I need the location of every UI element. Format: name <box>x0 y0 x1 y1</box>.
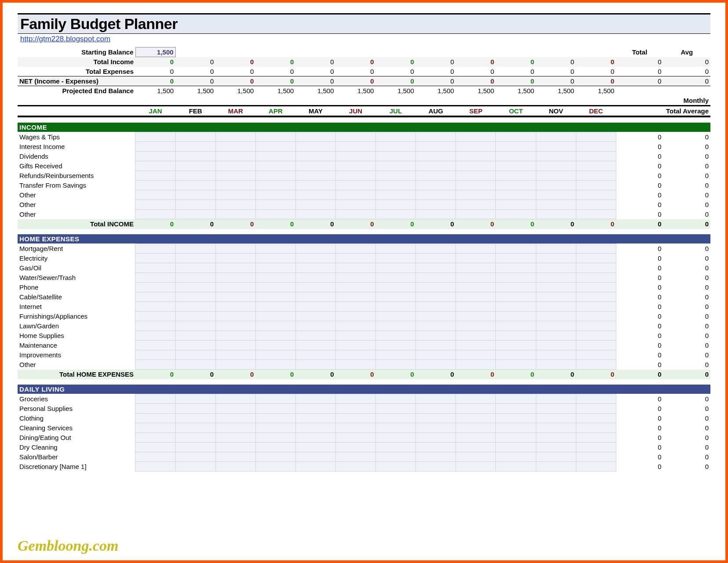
data-cell[interactable] <box>255 360 295 370</box>
data-cell[interactable] <box>175 273 215 283</box>
data-cell[interactable] <box>336 414 376 423</box>
data-cell[interactable] <box>336 360 376 370</box>
data-cell[interactable] <box>336 190 376 200</box>
data-cell[interactable] <box>135 142 175 152</box>
data-cell[interactable] <box>416 200 456 210</box>
data-cell[interactable] <box>295 414 335 423</box>
data-cell[interactable] <box>336 433 376 443</box>
data-cell[interactable] <box>255 292 295 302</box>
data-cell[interactable] <box>295 171 335 181</box>
data-cell[interactable] <box>496 244 536 254</box>
data-cell[interactable] <box>255 181 295 190</box>
data-cell[interactable] <box>295 292 335 302</box>
data-cell[interactable] <box>215 263 255 273</box>
data-cell[interactable] <box>295 283 335 292</box>
data-cell[interactable] <box>576 142 616 152</box>
data-cell[interactable] <box>255 190 295 200</box>
data-cell[interactable] <box>175 360 215 370</box>
data-cell[interactable] <box>376 171 416 181</box>
data-cell[interactable] <box>175 423 215 433</box>
data-cell[interactable] <box>576 200 616 210</box>
data-cell[interactable] <box>215 312 255 321</box>
data-cell[interactable] <box>295 181 335 190</box>
data-cell[interactable] <box>456 161 496 171</box>
data-cell[interactable] <box>416 404 456 414</box>
data-cell[interactable] <box>576 181 616 190</box>
data-cell[interactable] <box>456 283 496 292</box>
data-cell[interactable] <box>456 171 496 181</box>
data-cell[interactable] <box>576 273 616 283</box>
data-cell[interactable] <box>416 394 456 404</box>
data-cell[interactable] <box>255 254 295 263</box>
data-cell[interactable] <box>175 331 215 341</box>
data-cell[interactable] <box>576 404 616 414</box>
data-cell[interactable] <box>376 404 416 414</box>
data-cell[interactable] <box>295 433 335 443</box>
data-cell[interactable] <box>416 273 456 283</box>
data-cell[interactable] <box>536 462 576 472</box>
data-cell[interactable] <box>456 142 496 152</box>
data-cell[interactable] <box>215 142 255 152</box>
data-cell[interactable] <box>255 161 295 171</box>
data-cell[interactable] <box>215 200 255 210</box>
data-cell[interactable] <box>215 190 255 200</box>
data-cell[interactable] <box>215 171 255 181</box>
data-cell[interactable] <box>215 404 255 414</box>
data-cell[interactable] <box>336 273 376 283</box>
data-cell[interactable] <box>295 210 335 219</box>
data-cell[interactable] <box>576 312 616 321</box>
data-cell[interactable] <box>135 331 175 341</box>
data-cell[interactable] <box>576 161 616 171</box>
data-cell[interactable] <box>536 443 576 452</box>
data-cell[interactable] <box>135 462 175 472</box>
data-cell[interactable] <box>416 142 456 152</box>
data-cell[interactable] <box>255 350 295 360</box>
data-cell[interactable] <box>215 433 255 443</box>
data-cell[interactable] <box>135 244 175 254</box>
data-cell[interactable] <box>135 190 175 200</box>
data-cell[interactable] <box>376 152 416 161</box>
data-cell[interactable] <box>536 452 576 462</box>
data-cell[interactable] <box>496 331 536 341</box>
data-cell[interactable] <box>416 321 456 331</box>
data-cell[interactable] <box>135 452 175 462</box>
data-cell[interactable] <box>215 161 255 171</box>
data-cell[interactable] <box>135 292 175 302</box>
data-cell[interactable] <box>576 423 616 433</box>
data-cell[interactable] <box>496 152 536 161</box>
data-cell[interactable] <box>295 152 335 161</box>
data-cell[interactable] <box>336 321 376 331</box>
data-cell[interactable] <box>336 302 376 312</box>
data-cell[interactable] <box>215 350 255 360</box>
data-cell[interactable] <box>135 404 175 414</box>
data-cell[interactable] <box>215 132 255 142</box>
data-cell[interactable] <box>376 433 416 443</box>
data-cell[interactable] <box>416 152 456 161</box>
data-cell[interactable] <box>255 321 295 331</box>
data-cell[interactable] <box>576 462 616 472</box>
data-cell[interactable] <box>576 414 616 423</box>
data-cell[interactable] <box>576 302 616 312</box>
data-cell[interactable] <box>416 254 456 263</box>
data-cell[interactable] <box>175 200 215 210</box>
data-cell[interactable] <box>416 433 456 443</box>
data-cell[interactable] <box>175 210 215 219</box>
data-cell[interactable] <box>576 292 616 302</box>
data-cell[interactable] <box>336 292 376 302</box>
data-cell[interactable] <box>175 443 215 452</box>
data-cell[interactable] <box>536 302 576 312</box>
data-cell[interactable] <box>215 443 255 452</box>
data-cell[interactable] <box>456 292 496 302</box>
data-cell[interactable] <box>255 312 295 321</box>
data-cell[interactable] <box>336 452 376 462</box>
data-cell[interactable] <box>255 462 295 472</box>
data-cell[interactable] <box>255 263 295 273</box>
data-cell[interactable] <box>215 210 255 219</box>
data-cell[interactable] <box>536 433 576 443</box>
data-cell[interactable] <box>295 350 335 360</box>
data-cell[interactable] <box>536 254 576 263</box>
data-cell[interactable] <box>215 414 255 423</box>
data-cell[interactable] <box>416 190 456 200</box>
data-cell[interactable] <box>376 443 416 452</box>
data-cell[interactable] <box>135 254 175 263</box>
